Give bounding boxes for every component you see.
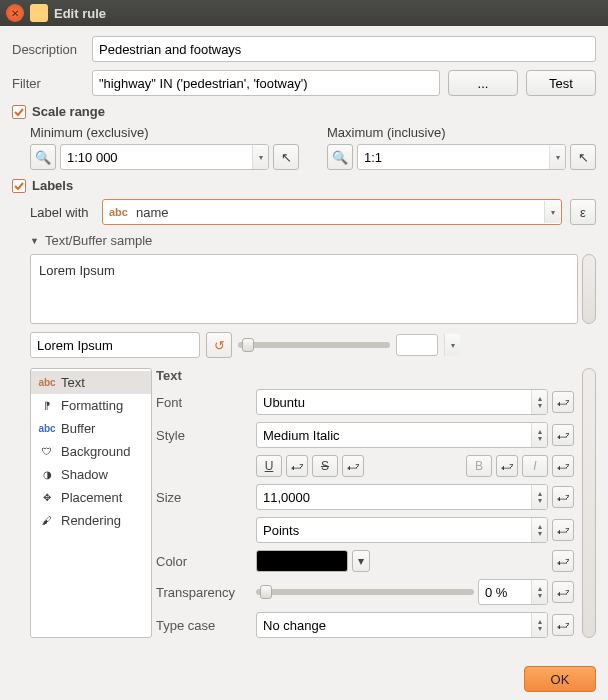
font-label: Font: [156, 395, 248, 410]
titlebar: ✕ Edit rule: [0, 0, 608, 26]
filter-builder-button[interactable]: ...: [448, 70, 518, 96]
reset-icon[interactable]: ↺: [206, 332, 232, 358]
scale-min-pick-icon[interactable]: ↖: [273, 144, 299, 170]
background-icon: 🛡: [39, 445, 55, 459]
shadow-icon: ◑: [39, 468, 55, 482]
text-heading: Text: [156, 368, 574, 383]
description-input[interactable]: [92, 36, 596, 62]
scale-min-input[interactable]: [60, 144, 269, 170]
category-list: abcText ⁋Formatting abcBuffer 🛡Backgroun…: [30, 368, 152, 638]
spinner-icon[interactable]: ▴▾: [531, 485, 547, 509]
color-label: Color: [156, 554, 248, 569]
spinner-icon[interactable]: ▴▾: [531, 613, 547, 637]
sample-title: Text/Buffer sample: [45, 233, 152, 248]
override-icon[interactable]: ⮐: [552, 519, 574, 541]
scale-min-label: Minimum (exclusive): [30, 125, 299, 140]
sample-preview: Lorem Ipsum: [30, 254, 578, 324]
close-icon[interactable]: ✕: [6, 4, 24, 22]
sample-size-slider[interactable]: [238, 342, 390, 348]
scale-max-pick-icon[interactable]: ↖: [570, 144, 596, 170]
spinner-icon[interactable]: ▴▾: [531, 580, 547, 604]
slider-thumb[interactable]: [260, 585, 272, 599]
typecase-label: Type case: [156, 618, 248, 633]
transparency-slider[interactable]: [256, 589, 474, 595]
scrollbar[interactable]: [582, 254, 596, 324]
labels-title: Labels: [32, 178, 73, 193]
override-icon[interactable]: ⮐: [286, 455, 308, 477]
category-placement[interactable]: ✥Placement: [31, 486, 151, 509]
font-select[interactable]: [256, 389, 548, 415]
color-dropdown[interactable]: ▾: [352, 550, 370, 572]
chevron-down-icon[interactable]: ▾: [252, 145, 268, 169]
chevron-down-icon[interactable]: ▾: [544, 201, 560, 223]
text-icon: abc: [39, 376, 55, 390]
buffer-icon: abc: [39, 422, 55, 436]
window-title: Edit rule: [54, 6, 106, 21]
filter-label: Filter: [12, 76, 84, 91]
rendering-icon: 🖌: [39, 514, 55, 528]
checkbox-checked-icon: [12, 105, 26, 119]
placement-icon: ✥: [39, 491, 55, 505]
field-type-icon: abc: [109, 206, 128, 218]
scale-max-label: Maximum (inclusive): [327, 125, 596, 140]
override-icon[interactable]: ⮐: [552, 424, 574, 446]
italic-button[interactable]: I: [522, 455, 548, 477]
filter-test-button[interactable]: Test: [526, 70, 596, 96]
zoom-in-icon[interactable]: 🔍: [327, 144, 353, 170]
category-background[interactable]: 🛡Background: [31, 440, 151, 463]
sample-toggle[interactable]: ▼ Text/Buffer sample: [30, 233, 596, 248]
labels-checkbox[interactable]: Labels: [12, 178, 596, 193]
zoom-out-icon[interactable]: 🔍: [30, 144, 56, 170]
underline-button[interactable]: U: [256, 455, 282, 477]
override-icon[interactable]: ⮐: [552, 550, 574, 572]
override-icon[interactable]: ⮐: [552, 391, 574, 413]
category-text[interactable]: abcText: [31, 371, 151, 394]
chevron-down-icon[interactable]: ▾: [549, 145, 565, 169]
style-label: Style: [156, 428, 248, 443]
formatting-icon: ⁋: [39, 399, 55, 413]
override-icon[interactable]: ⮐: [552, 614, 574, 636]
category-formatting[interactable]: ⁋Formatting: [31, 394, 151, 417]
size-input[interactable]: [256, 484, 548, 510]
category-rendering[interactable]: 🖌Rendering: [31, 509, 151, 532]
bold-button[interactable]: B: [466, 455, 492, 477]
override-icon[interactable]: ⮐: [552, 486, 574, 508]
transparency-label: Transparency: [156, 585, 248, 600]
label-with-label: Label with: [30, 205, 94, 220]
override-icon[interactable]: ⮐: [552, 455, 574, 477]
slider-thumb[interactable]: [242, 338, 254, 352]
scale-range-checkbox[interactable]: Scale range: [12, 104, 596, 119]
override-icon[interactable]: ⮐: [496, 455, 518, 477]
scale-max-input[interactable]: [357, 144, 566, 170]
scale-range-title: Scale range: [32, 104, 105, 119]
size-label: Size: [156, 490, 248, 505]
spinner-icon[interactable]: ▴▾: [531, 518, 547, 542]
label-with-field[interactable]: name: [136, 205, 169, 220]
sample-text-input[interactable]: [30, 332, 200, 358]
triangle-down-icon: ▼: [30, 236, 39, 246]
sample-text: Lorem Ipsum: [39, 263, 115, 278]
window-icon: [30, 4, 48, 22]
checkbox-checked-icon: [12, 179, 26, 193]
spinner-icon[interactable]: ▴▾: [531, 423, 547, 447]
override-icon[interactable]: ⮐: [342, 455, 364, 477]
sample-bg-swatch[interactable]: [396, 334, 438, 356]
category-buffer[interactable]: abcBuffer: [31, 417, 151, 440]
filter-input[interactable]: [92, 70, 440, 96]
expression-button[interactable]: ε: [570, 199, 596, 225]
override-icon[interactable]: ⮐: [552, 581, 574, 603]
strikeout-button[interactable]: S: [312, 455, 338, 477]
spinner-icon[interactable]: ▴▾: [531, 390, 547, 414]
typecase-select[interactable]: [256, 612, 548, 638]
ok-button[interactable]: OK: [524, 666, 596, 692]
description-label: Description: [12, 42, 84, 57]
category-shadow[interactable]: ◑Shadow: [31, 463, 151, 486]
scrollbar[interactable]: [582, 368, 596, 638]
size-unit-select[interactable]: [256, 517, 548, 543]
chevron-down-icon[interactable]: ▾: [444, 334, 460, 356]
color-button[interactable]: [256, 550, 348, 572]
style-select[interactable]: [256, 422, 548, 448]
